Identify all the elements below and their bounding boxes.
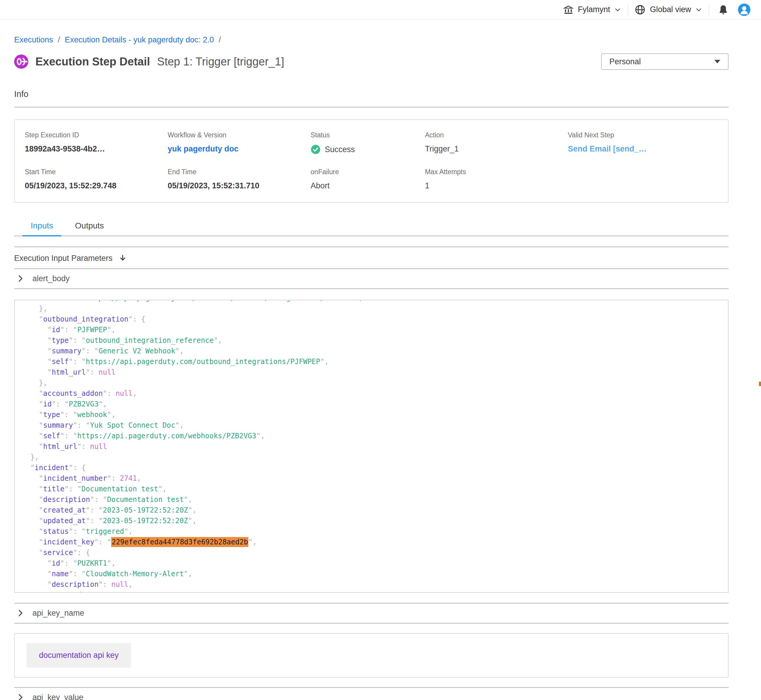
- field-end-time: End Time 05/19/2023, 15:52:31.710: [168, 168, 311, 191]
- section-divider: [14, 107, 728, 108]
- field-label: Status: [311, 131, 425, 139]
- page-subtitle: Step 1: Trigger [trigger_1]: [157, 55, 284, 68]
- section-divider: [14, 288, 728, 289]
- info-card: Step Execution ID 18992a43-9538-4b2… Wor…: [14, 119, 728, 203]
- field-status: Status Success: [311, 131, 425, 155]
- topbar: Fylamynt Global view: [0, 0, 761, 19]
- status-badge: Success: [325, 145, 355, 154]
- workflow-step-icon: [14, 55, 28, 69]
- api-key-name-value-box: documentation api key: [14, 633, 728, 678]
- field-step-execution-id: Step Execution ID 18992a43-9538-4b2…: [25, 131, 168, 155]
- breadcrumb-separator: /: [58, 35, 60, 44]
- topbar-divider: [628, 3, 628, 16]
- field-value: 05/19/2023, 15:52:29.748: [25, 181, 168, 191]
- breadcrumb-execution-details[interactable]: Execution Details - yuk pagerduty doc: 2…: [65, 35, 214, 44]
- view-name: Global view: [650, 5, 691, 14]
- field-value: Abort: [311, 181, 425, 191]
- api-key-value-toggle[interactable]: api_key_value: [14, 688, 728, 700]
- code-content: "self": "https://api.pagerduty.com/servi…: [22, 300, 728, 593]
- scope-select[interactable]: Personal: [601, 53, 728, 70]
- field-label: End Time: [168, 168, 311, 176]
- chevron-down-icon: [614, 6, 621, 13]
- page-title: Execution Step Detail: [35, 55, 150, 68]
- org-name: Fylamynt: [578, 5, 610, 14]
- field-label: Start Time: [25, 168, 168, 176]
- success-check-icon: [311, 144, 321, 155]
- field-start-time: Start Time 05/19/2023, 15:52:29.748: [25, 168, 168, 191]
- user-avatar[interactable]: [738, 3, 751, 17]
- chevron-right-icon: [17, 275, 24, 282]
- execution-input-parameters-title: Execution Input Parameters: [14, 254, 113, 263]
- breadcrumb-executions[interactable]: Executions: [14, 35, 53, 44]
- org-switcher[interactable]: Fylamynt: [563, 5, 622, 15]
- main-content: Executions / Execution Details - yuk pag…: [0, 35, 761, 700]
- scrollbar-highlight-marker: [759, 382, 761, 386]
- breadcrumb-separator: /: [219, 35, 221, 44]
- field-valid-next-step: Valid Next Step Send Email [send_…: [568, 131, 718, 155]
- title-row: Execution Step Detail Step 1: Trigger [t…: [14, 53, 728, 70]
- execution-input-parameters-row: Execution Input Parameters: [14, 247, 728, 268]
- field-label: Max Attempts: [425, 168, 568, 176]
- api-key-name-toggle[interactable]: api_key_name: [14, 604, 728, 623]
- notification-bell-icon[interactable]: [717, 4, 729, 16]
- api-key-value-label: api_key_value: [33, 693, 83, 700]
- tab-outputs[interactable]: Outputs: [67, 221, 112, 236]
- field-label: onFailure: [311, 168, 425, 176]
- view-switcher[interactable]: Global view: [634, 4, 702, 15]
- field-label: Action: [425, 131, 568, 139]
- breadcrumb: Executions / Execution Details - yuk pag…: [14, 35, 728, 44]
- info-heading: Info: [14, 89, 728, 99]
- chevron-right-icon: [17, 694, 24, 700]
- field-label: Valid Next Step: [568, 131, 718, 139]
- field-value: 1: [425, 181, 568, 191]
- field-workflow-version: Workflow & Version yuk pagerduty doc: [168, 131, 311, 155]
- alert-body-code-block[interactable]: "self": "https://api.pagerduty.com/servi…: [14, 300, 728, 593]
- field-on-failure: onFailure Abort: [311, 168, 425, 191]
- field-max-attempts: Max Attempts 1: [425, 168, 568, 191]
- field-value: 05/19/2023, 15:52:31.710: [168, 181, 311, 191]
- download-arrow-icon[interactable]: [118, 254, 127, 262]
- alert-body-label: alert_body: [33, 274, 70, 283]
- field-label: Workflow & Version: [168, 131, 311, 139]
- tab-inputs[interactable]: Inputs: [22, 221, 61, 236]
- chevron-right-icon: [17, 609, 24, 617]
- chevron-down-icon: [695, 6, 702, 13]
- alert-body-toggle[interactable]: alert_body: [14, 269, 728, 288]
- field-value: Trigger_1: [425, 144, 568, 153]
- api-key-name-label: api_key_name: [33, 609, 85, 618]
- scope-select-value: Personal: [609, 57, 641, 66]
- field-value: 18992a43-9538-4b2…: [25, 144, 168, 153]
- workflow-link[interactable]: yuk pagerduty doc: [168, 144, 311, 153]
- section-divider: [14, 623, 728, 623]
- globe-icon: [634, 4, 646, 15]
- bank-icon: [563, 5, 574, 15]
- api-key-name-chip: documentation api key: [27, 643, 131, 667]
- field-action: Action Trigger_1: [425, 131, 568, 155]
- field-label: Step Execution ID: [25, 131, 168, 139]
- select-caret-icon: [714, 60, 720, 63]
- topbar-divider: [709, 3, 709, 16]
- tab-bar: Inputs Outputs: [14, 221, 728, 236]
- next-step-link[interactable]: Send Email [send_…: [568, 144, 718, 153]
- field-empty: [568, 168, 718, 191]
